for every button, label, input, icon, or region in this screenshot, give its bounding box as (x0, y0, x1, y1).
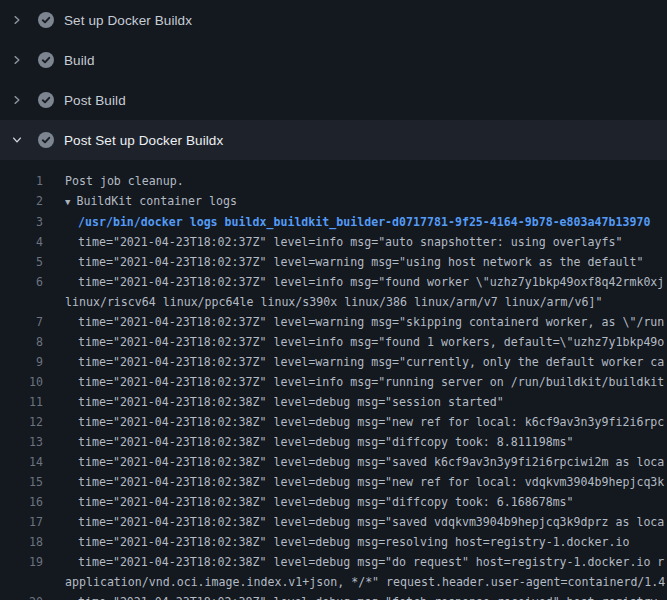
check-circle-icon (38, 132, 54, 148)
log-line-number[interactable]: 18 (0, 532, 43, 552)
log-line: 10time="2021-04-23T18:02:37Z" level=info… (0, 372, 667, 392)
step-row-set-up-docker-buildx[interactable]: Set up Docker Buildx (0, 0, 667, 40)
log-line-text: time="2021-04-23T18:02:38Z" level=debug … (43, 512, 664, 532)
log-line: 20time="2021-04-23T18:02:38Z" level=debu… (0, 592, 667, 600)
chevron-right-icon (9, 52, 25, 68)
log-line: 12time="2021-04-23T18:02:38Z" level=debu… (0, 412, 667, 432)
log-line-number[interactable]: 4 (0, 232, 43, 252)
log-line-text: time="2021-04-23T18:02:38Z" level=debug … (43, 432, 574, 452)
log-line-text: time="2021-04-23T18:02:38Z" level=debug … (43, 492, 574, 512)
log-line: 5time="2021-04-23T18:02:37Z" level=warni… (0, 252, 667, 272)
chevron-right-icon (9, 12, 25, 28)
log-line-text: time="2021-04-23T18:02:38Z" level=debug … (43, 412, 664, 432)
step-row-post-set-up-docker-buildx[interactable]: Post Set up Docker Buildx (0, 120, 667, 160)
log-line: 17time="2021-04-23T18:02:38Z" level=debu… (0, 512, 667, 532)
log-line: 4time="2021-04-23T18:02:37Z" level=info … (0, 232, 667, 252)
chevron-right-icon (9, 92, 25, 108)
actions-log-panel: Set up Docker BuildxBuildPost BuildPost … (0, 0, 667, 600)
chevron-down-icon (9, 132, 25, 148)
log-line-number[interactable]: 17 (0, 512, 43, 532)
log-line-number[interactable]: 16 (0, 492, 43, 512)
log-line-text: application/vnd.oci.image.index.v1+json,… (43, 572, 665, 592)
log-line-text: time="2021-04-23T18:02:37Z" level=info m… (43, 372, 664, 392)
log-line-text: time="2021-04-23T18:02:38Z" level=debug … (43, 552, 664, 572)
log-command-text: /usr/bin/docker logs buildx_buildkit_bui… (43, 212, 650, 232)
check-circle-icon (38, 12, 54, 28)
log-line-continuation: application/vnd.oci.image.index.v1+json,… (0, 572, 667, 592)
log-line-number[interactable]: 10 (0, 372, 43, 392)
log-line-text: time="2021-04-23T18:02:37Z" level=info m… (43, 232, 622, 252)
log-line: 8time="2021-04-23T18:02:37Z" level=info … (0, 332, 667, 352)
log-line-text: time="2021-04-23T18:02:37Z" level=warnin… (43, 312, 664, 332)
log-line-text: linux/riscv64 linux/ppc64le linux/s390x … (43, 292, 602, 312)
log-line: 16time="2021-04-23T18:02:38Z" level=debu… (0, 492, 667, 512)
log-line-text: time="2021-04-23T18:02:38Z" level=debug … (43, 392, 504, 412)
log-line-text: time="2021-04-23T18:02:38Z" level=debug … (43, 472, 664, 492)
log-line-number[interactable]: 8 (0, 332, 43, 352)
log-line-number[interactable]: 20 (0, 592, 43, 600)
log-line: 11time="2021-04-23T18:02:38Z" level=debu… (0, 392, 667, 412)
log-line-number[interactable]: 19 (0, 552, 43, 572)
log-line-text: time="2021-04-23T18:02:37Z" level=info m… (43, 332, 664, 352)
log-line-number[interactable]: 7 (0, 312, 43, 332)
log-line: 15time="2021-04-23T18:02:38Z" level=debu… (0, 472, 667, 492)
check-circle-icon (38, 92, 54, 108)
log-line: 2▼BuildKit container logs (0, 191, 667, 212)
log-line-text: time="2021-04-23T18:02:37Z" level=info m… (43, 272, 664, 292)
log-line-number[interactable]: 1 (0, 171, 43, 191)
log-line-text: Post job cleanup. (43, 171, 184, 191)
log-line-text: time="2021-04-23T18:02:37Z" level=warnin… (43, 352, 664, 372)
steps-list: Set up Docker BuildxBuildPost BuildPost … (0, 0, 667, 160)
log-line-number[interactable]: 2 (0, 191, 43, 212)
log-line-continuation: linux/riscv64 linux/ppc64le linux/s390x … (0, 292, 667, 312)
log-line: 13time="2021-04-23T18:02:38Z" level=debu… (0, 432, 667, 452)
log-line-text: ▼BuildKit container logs (43, 191, 237, 212)
log-line-number[interactable]: 14 (0, 452, 43, 472)
log-line-number[interactable]: 6 (0, 272, 43, 292)
log-line-number[interactable]: 12 (0, 412, 43, 432)
log-line-number[interactable]: 15 (0, 472, 43, 492)
log-line-number[interactable]: 11 (0, 392, 43, 412)
group-toggle-icon[interactable]: ▼ (65, 192, 70, 212)
log-line: 7time="2021-04-23T18:02:37Z" level=warni… (0, 312, 667, 332)
log-line: 6time="2021-04-23T18:02:37Z" level=info … (0, 272, 667, 292)
log-line-number[interactable]: 3 (0, 212, 43, 232)
step-row-build[interactable]: Build (0, 40, 667, 80)
log-line: 3/usr/bin/docker logs buildx_buildkit_bu… (0, 212, 667, 232)
log-line-text: time="2021-04-23T18:02:38Z" level=debug … (43, 532, 629, 552)
log-line-text: time="2021-04-23T18:02:38Z" level=debug … (43, 452, 664, 472)
step-title: Post Build (64, 93, 126, 108)
log-line-text: time="2021-04-23T18:02:37Z" level=warnin… (43, 252, 643, 272)
log-line-number (0, 292, 43, 312)
log-line: 1Post job cleanup. (0, 171, 667, 191)
log-line-number (0, 572, 43, 592)
step-title: Build (64, 53, 95, 68)
log-line-number[interactable]: 5 (0, 252, 43, 272)
check-circle-icon (38, 52, 54, 68)
log-line: 9time="2021-04-23T18:02:37Z" level=warni… (0, 352, 667, 372)
log-line: 18time="2021-04-23T18:02:38Z" level=debu… (0, 532, 667, 552)
log-viewer: 1Post job cleanup.2▼BuildKit container l… (0, 160, 667, 600)
step-row-post-build[interactable]: Post Build (0, 80, 667, 120)
log-line: 14time="2021-04-23T18:02:38Z" level=debu… (0, 452, 667, 472)
step-title: Post Set up Docker Buildx (64, 133, 223, 148)
log-line: 19time="2021-04-23T18:02:38Z" level=debu… (0, 552, 667, 572)
log-line-number[interactable]: 9 (0, 352, 43, 372)
log-line-number[interactable]: 13 (0, 432, 43, 452)
log-line-text: time="2021-04-23T18:02:38Z" level=debug … (43, 592, 664, 600)
step-title: Set up Docker Buildx (64, 13, 192, 28)
